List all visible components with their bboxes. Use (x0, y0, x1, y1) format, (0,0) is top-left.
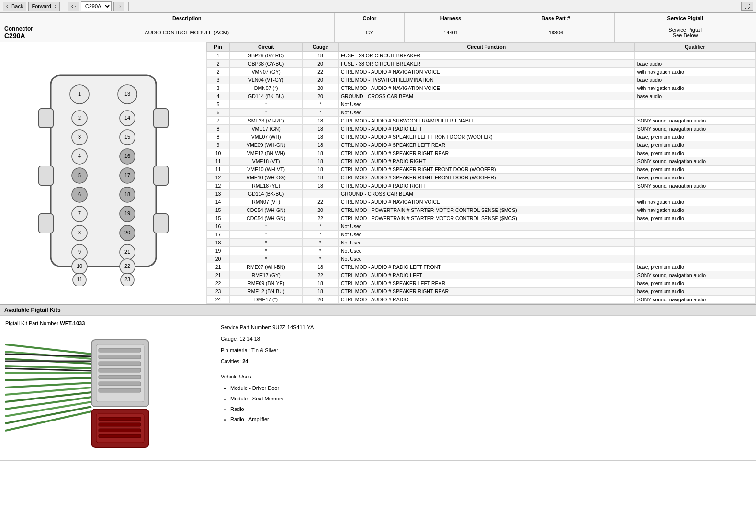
table-row: 8VME17 (GN)18CTRL MOD - AUDIO # RADIO LE… (207, 125, 756, 133)
pin-23-label: 23 (124, 276, 130, 282)
table-cell-3: Not Used (338, 222, 634, 231)
table-row: 21RME17 (GY)22CTRL MOD - AUDIO # RADIO L… (207, 271, 756, 279)
table-cell-4: base, premium audio (634, 166, 755, 174)
list-item: Radio - Amplifier (230, 415, 746, 424)
table-row: 4GD114 (BK-BU)20GROUND - CROSS CAR BEAMb… (207, 92, 756, 100)
table-cell-4 (634, 100, 755, 109)
table-cell-2: 18 (303, 263, 339, 271)
pin-18-label: 18 (124, 191, 130, 197)
svg-rect-27 (99, 362, 141, 366)
pin-2-label: 2 (78, 114, 80, 120)
table-cell-3: CTRL MOD - AUDIO # RADIO LEFT (338, 125, 634, 133)
fullscreen-button[interactable]: ⛶ (741, 2, 753, 11)
base-part-value: 18806 (497, 23, 615, 42)
forward-button[interactable]: Forward ⇒ (28, 2, 59, 11)
table-cell-3: FUSE - 29 OR CIRCUIT BREAKER (338, 52, 634, 60)
table-cell-1: RME18 (YE) (229, 182, 302, 190)
table-cell-1: GD114 (BK-BU) (229, 190, 302, 198)
table-cell-1: * (229, 109, 302, 117)
table-cell-4: with navigation audio (634, 84, 755, 92)
table-cell-1: VME12 (BN-WH) (229, 149, 302, 157)
table-cell-0: 16 (207, 222, 230, 231)
table-cell-1: VME09 (WH-GN) (229, 141, 302, 149)
service-part-line: Service Part Number: 9U2Z-14S411-YA (221, 323, 746, 332)
table-cell-3: CTRL MOD - POWERTRAIN # STARTER MOTOR CO… (338, 206, 634, 214)
table-cell-0: 24 (207, 296, 230, 304)
table-cell-1: RME17 (GY) (229, 271, 302, 279)
table-cell-1: DME17 (*) (229, 296, 302, 304)
back-icon: ⇐ (6, 3, 11, 10)
table-cell-4 (634, 247, 755, 255)
qualifier-col-header: Qualifier (634, 43, 755, 52)
pin-col-header: Pin (207, 43, 230, 52)
svg-line-13 (5, 383, 91, 388)
pigtail-info: Service Part Number: 9U2Z-14S411-YA Gaug… (211, 316, 756, 460)
table-cell-0: 19 (207, 247, 230, 255)
forward-label: Forward (32, 3, 51, 9)
table-cell-0: 4 (207, 92, 230, 100)
connector-selector[interactable]: C290A (81, 1, 112, 11)
table-cell-1: RME12 (BN-BU) (229, 288, 302, 296)
table-cell-1: CBP38 (GY-BU) (229, 60, 302, 68)
table-cell-4: base, premium audio (634, 141, 755, 149)
pin-14-label: 14 (124, 114, 130, 120)
table-cell-0: 5 (207, 100, 230, 109)
table-cell-4 (634, 231, 755, 239)
table-cell-0: 18 (207, 239, 230, 247)
list-item: Module - Seat Memory (230, 394, 746, 404)
cavities-line: Cavities: 24 (221, 357, 746, 366)
table-cell-0: 12 (207, 174, 230, 182)
table-row: 7SME23 (VT-RD)18CTRL MOD - AUDIO # SUBWO… (207, 117, 756, 125)
nav-forward-icon-button[interactable]: ⇨ (113, 2, 124, 11)
table-cell-0: 23 (207, 288, 230, 296)
table-cell-2: 22 (303, 214, 339, 222)
table-cell-3: CTRL MOD - AUDIO # NAVIGATION VOICE (338, 198, 634, 206)
service-part-label: Service Part Number: (221, 324, 271, 330)
gauge-label: Gauge: (221, 336, 238, 342)
table-cell-4 (634, 239, 755, 247)
pin-4-label: 4 (78, 153, 80, 158)
table-row: 3VLN04 (VT-GY)20CTRL MOD - IP/SWITCH ILL… (207, 76, 756, 84)
table-cell-4 (634, 52, 755, 60)
list-item: Module - Driver Door (230, 384, 746, 393)
table-row: 3DMN07 (*)20CTRL MOD - AUDIO # NAVIGATIO… (207, 84, 756, 92)
svg-rect-4 (154, 109, 168, 128)
table-cell-1: VLN04 (VT-GY) (229, 76, 302, 84)
service-part-number: 9U2Z-14S411-YA (272, 324, 314, 330)
pigtail-section: Available Pigtail Kits Pigtail Kit Part … (0, 304, 756, 461)
table-row: 8VME07 (WH)18CTRL MOD - AUDIO # SPEAKER … (207, 133, 756, 141)
table-cell-3: CTRL MOD - AUDIO # SPEAKER RIGHT FRONT D… (338, 166, 634, 174)
harness-value: 14401 (405, 23, 497, 42)
table-cell-4 (634, 190, 755, 198)
svg-rect-25 (99, 348, 141, 352)
table-cell-2: 20 (303, 206, 339, 214)
list-item: Radio (230, 405, 746, 414)
table-cell-2: 18 (303, 166, 339, 174)
table-cell-4: SONY sound, navigation audio (634, 182, 755, 190)
connector-svg: 1 2 3 4 5 6 7 8 9 10 (12, 61, 194, 286)
table-cell-2: 18 (303, 133, 339, 141)
pin-table: Pin Circuit Gauge Circuit Function Quali… (206, 42, 756, 304)
table-cell-2: 22 (303, 271, 339, 279)
connector-id: C290A (4, 32, 35, 40)
svg-rect-36 (99, 429, 141, 432)
nav-back-icon-button[interactable]: ⇦ (68, 2, 79, 11)
back-button[interactable]: ⇐ Back (3, 2, 26, 11)
table-cell-1: VME18 (VT) (229, 157, 302, 166)
table-row: 11VME10 (WH-VT)18CTRL MOD - AUDIO # SPEA… (207, 166, 756, 174)
table-cell-3: CTRL MOD - AUDIO # SPEAKER RIGHT REAR (338, 288, 634, 296)
back-label: Back (11, 3, 23, 9)
table-cell-4: base, premium audio (634, 214, 755, 222)
table-cell-0: 17 (207, 231, 230, 239)
table-cell-0: 7 (207, 117, 230, 125)
service-pigtail-line1: Service Pigtail (619, 27, 752, 33)
fullscreen-icon: ⛶ (745, 3, 750, 9)
table-cell-4: SONY sound, navigation audio (634, 117, 755, 125)
table-cell-0: 2 (207, 60, 230, 68)
cavities-value: 24 (242, 358, 248, 364)
svg-rect-37 (99, 434, 141, 438)
table-cell-2: * (303, 222, 339, 231)
table-cell-3: Not Used (338, 100, 634, 109)
table-cell-2: * (303, 100, 339, 109)
gauge-value: 12 14 18 (239, 336, 260, 342)
